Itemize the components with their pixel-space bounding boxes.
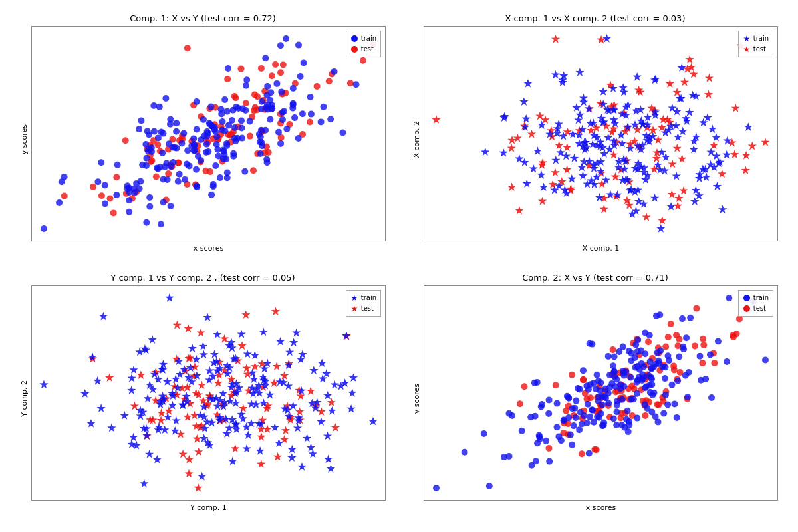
chart-bl-area: ★ train ★ test Y comp. 1 xyxy=(31,285,386,512)
chart-bottom-right: Comp. 2: X vs Y (test corr = 0.71) y sco… xyxy=(399,266,791,525)
svg-point-489 xyxy=(593,386,599,392)
legend-train-label: train xyxy=(361,33,376,44)
svg-point-581 xyxy=(648,374,654,381)
svg-point-522 xyxy=(674,378,681,384)
svg-point-299 xyxy=(164,160,170,166)
chart-bl-legend: ★ train ★ test xyxy=(346,290,381,317)
svg-point-58 xyxy=(251,91,258,98)
svg-point-360 xyxy=(645,338,652,345)
svg-point-75 xyxy=(247,133,253,140)
svg-point-160 xyxy=(340,130,346,136)
svg-point-244 xyxy=(204,128,211,135)
chart-tl-ylabel: y scores xyxy=(20,124,29,154)
svg-point-267 xyxy=(124,182,131,189)
svg-point-207 xyxy=(283,35,289,42)
svg-point-42 xyxy=(238,66,245,72)
svg-point-141 xyxy=(290,85,297,92)
svg-point-119 xyxy=(178,140,185,146)
svg-point-475 xyxy=(569,405,576,412)
svg-point-533 xyxy=(632,354,638,361)
legend-train: ★ train xyxy=(350,293,376,303)
svg-point-270 xyxy=(166,140,172,147)
svg-point-453 xyxy=(575,385,581,392)
svg-point-573 xyxy=(652,414,659,420)
svg-point-484 xyxy=(625,428,632,435)
svg-point-279 xyxy=(264,83,271,90)
svg-point-133 xyxy=(273,80,280,87)
svg-point-163 xyxy=(198,157,204,164)
svg-point-167 xyxy=(218,111,225,118)
svg-point-325 xyxy=(517,400,523,407)
svg-point-504 xyxy=(545,410,552,417)
svg-point-223 xyxy=(143,219,150,226)
svg-point-278 xyxy=(230,150,237,157)
svg-point-602 xyxy=(644,405,650,412)
svg-point-407 xyxy=(567,432,574,438)
svg-point-539 xyxy=(529,462,535,469)
svg-point-551 xyxy=(591,419,597,426)
svg-point-227 xyxy=(219,127,225,134)
svg-point-60 xyxy=(224,76,231,82)
svg-point-396 xyxy=(642,412,648,419)
svg-text:★: ★ xyxy=(743,35,750,43)
svg-point-590 xyxy=(665,352,672,359)
svg-point-139 xyxy=(224,108,231,115)
svg-point-109 xyxy=(126,197,132,203)
svg-point-460 xyxy=(573,398,579,404)
chart-tl-area: train test x scores xyxy=(31,26,386,253)
svg-point-275 xyxy=(139,162,146,168)
svg-point-216 xyxy=(308,111,315,118)
svg-point-341 xyxy=(662,344,669,350)
svg-point-80 xyxy=(110,209,117,216)
svg-point-568 xyxy=(583,382,590,389)
svg-point-479 xyxy=(554,400,561,407)
chart-tr-title: X comp. 1 vs X comp. 2 (test corr = 0.03… xyxy=(505,13,686,23)
legend-test-label: test xyxy=(361,44,374,55)
svg-point-353 xyxy=(569,372,575,378)
svg-text:★: ★ xyxy=(350,294,358,302)
svg-point-22 xyxy=(113,174,120,180)
svg-point-44 xyxy=(326,78,332,84)
svg-point-286 xyxy=(210,183,217,190)
svg-point-230 xyxy=(182,176,188,183)
chart-br-svg xyxy=(424,286,777,500)
svg-point-598 xyxy=(581,412,587,419)
svg-point-162 xyxy=(175,178,182,185)
svg-point-287 xyxy=(170,159,176,166)
svg-point-603 xyxy=(546,458,553,465)
svg-point-378 xyxy=(553,382,559,388)
svg-point-605 xyxy=(648,381,655,388)
svg-point-443 xyxy=(610,415,617,422)
chart-top-right: X comp. 1 vs X comp. 2 (test corr = 0.03… xyxy=(399,7,791,266)
svg-point-392 xyxy=(610,346,616,353)
svg-point-39 xyxy=(153,174,160,180)
svg-point-566 xyxy=(654,350,661,356)
svg-point-435 xyxy=(679,315,686,322)
svg-point-211 xyxy=(155,134,162,141)
svg-point-224 xyxy=(146,194,153,201)
svg-point-464 xyxy=(579,421,585,428)
svg-point-449 xyxy=(662,364,668,370)
svg-point-588 xyxy=(634,379,640,386)
svg-text:★: ★ xyxy=(350,305,358,313)
chart-bottom-left: Y comp. 1 vs Y comp. 2 , (test corr = 0.… xyxy=(7,266,399,525)
svg-point-582 xyxy=(662,392,669,398)
svg-point-579 xyxy=(506,453,513,460)
svg-point-16 xyxy=(250,167,257,174)
svg-point-147 xyxy=(278,88,285,95)
legend-test-label: test xyxy=(753,303,766,314)
svg-point-587 xyxy=(605,353,612,360)
svg-point-221 xyxy=(126,189,133,196)
svg-point-238 xyxy=(190,135,197,142)
svg-point-473 xyxy=(519,428,525,434)
legend-test: test xyxy=(743,303,769,314)
svg-point-280 xyxy=(217,174,223,181)
legend-train: train xyxy=(743,293,769,303)
svg-point-295 xyxy=(142,141,149,148)
svg-point-386 xyxy=(593,446,600,453)
legend-train: train xyxy=(350,33,376,44)
svg-point-128 xyxy=(212,162,219,169)
svg-point-145 xyxy=(321,104,327,110)
svg-point-334 xyxy=(670,363,677,370)
svg-point-593 xyxy=(648,365,655,372)
